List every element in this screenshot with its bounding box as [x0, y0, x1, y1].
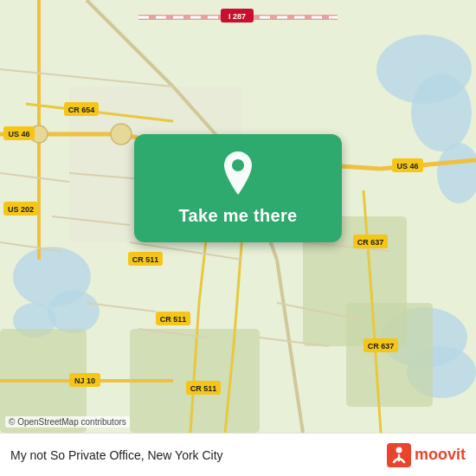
svg-text:NJ 10: NJ 10	[74, 376, 95, 385]
svg-point-46	[111, 124, 132, 145]
svg-text:US 202: US 202	[8, 205, 34, 214]
svg-text:US 46: US 46	[8, 130, 29, 138]
bottom-bar: My not So Private Office, New York City …	[0, 433, 476, 476]
svg-text:CR 654: CR 654	[68, 106, 95, 114]
button-label: Take me there	[179, 206, 298, 226]
svg-text:CR 511: CR 511	[132, 255, 159, 264]
svg-text:CR 511: CR 511	[160, 315, 187, 324]
svg-point-7	[48, 290, 100, 333]
svg-point-72	[396, 447, 402, 453]
svg-text:CR 511: CR 511	[190, 384, 217, 393]
svg-text:CR 637: CR 637	[357, 238, 384, 247]
svg-point-2	[411, 74, 472, 151]
moovit-logo: moovit	[387, 443, 466, 467]
svg-text:CR 637: CR 637	[368, 342, 395, 351]
svg-text:US 46: US 46	[396, 162, 418, 170]
moovit-text: moovit	[415, 446, 466, 464]
moovit-icon	[387, 443, 411, 467]
svg-point-70	[232, 159, 244, 171]
svg-text:I 287: I 287	[228, 12, 246, 21]
map-container: I 287 US 46 US 46 CR 654 US 202 CR 511 C…	[0, 0, 476, 433]
take-me-there-button[interactable]: Take me there	[134, 134, 342, 242]
location-pin-icon	[219, 151, 257, 199]
location-name: My not So Private Office, New York City	[10, 448, 387, 462]
map-attribution: © OpenStreetMap contributors	[5, 416, 130, 428]
